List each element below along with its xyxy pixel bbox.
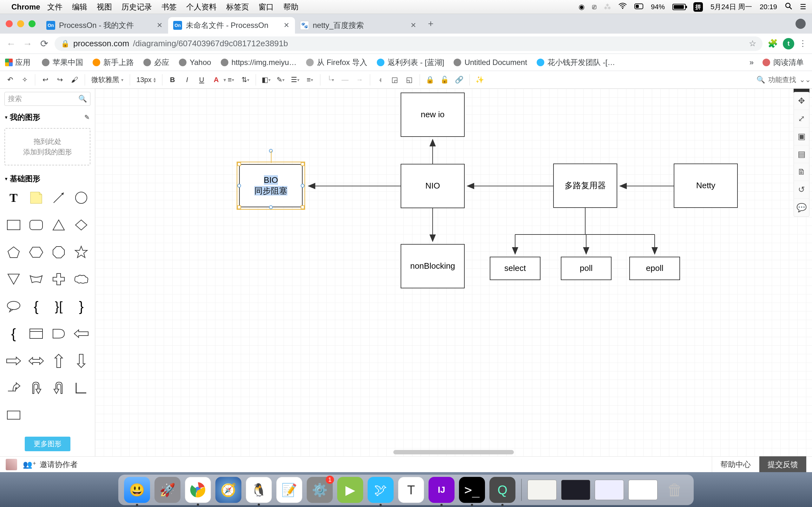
dock-launchpad[interactable]: 🚀 — [154, 477, 181, 503]
dock-intellij[interactable]: IJ — [428, 477, 455, 503]
dock-terminal[interactable]: >_ — [459, 477, 485, 503]
menu-tabs[interactable]: 标签页 — [226, 2, 249, 12]
dock-feishu[interactable]: 🕊 — [368, 477, 394, 503]
address-bar[interactable]: 🔒 processon.com/diagraming/607403967d9c0… — [55, 37, 763, 51]
fill-color-button[interactable]: ◧▾ — [260, 73, 272, 86]
dock-textedit[interactable]: T — [398, 477, 424, 503]
wifi-icon[interactable] — [618, 3, 627, 11]
shape-text[interactable]: T — [4, 189, 23, 206]
resize-handle[interactable] — [301, 205, 305, 209]
text-color-button[interactable]: A▾ — [210, 73, 223, 86]
browser-tab-active[interactable]: On 未命名文件 - ProcessOn ✕ — [168, 17, 295, 34]
node-mux[interactable]: 多路复用器 — [553, 164, 617, 208]
menubar-time[interactable]: 20:19 — [760, 3, 777, 11]
shapes-dropzone[interactable]: 拖到此处 添加到我的图形 — [4, 128, 90, 165]
feedback-button[interactable]: 提交反馈 — [759, 456, 806, 473]
shape-uparrow[interactable] — [49, 353, 68, 369]
shape-line[interactable] — [49, 189, 68, 206]
lock-button[interactable]: 🔒 — [424, 73, 437, 86]
node-epoll[interactable]: epoll — [629, 257, 680, 280]
control-center-icon[interactable] — [635, 3, 643, 11]
bookmark-item[interactable]: 苹果中国 — [39, 56, 86, 69]
node-nio[interactable]: NIO — [401, 164, 465, 208]
page-icon[interactable]: 🗎 — [794, 163, 809, 181]
reading-list-button[interactable]: 阅读清单 — [759, 56, 807, 69]
dock-minimized-window[interactable] — [527, 480, 557, 500]
font-family-select[interactable]: 微软雅黑▾ — [89, 75, 126, 84]
shape-hexagon[interactable] — [26, 244, 46, 261]
bluetooth-icon[interactable]: ⁂ — [604, 3, 611, 11]
help-center-button[interactable]: 帮助中心 — [712, 456, 759, 473]
font-size-select[interactable]: 13px▴▾ — [134, 76, 158, 84]
undo-button[interactable]: ↶ — [4, 73, 16, 86]
line-width-button[interactable]: ☰▾ — [289, 73, 302, 86]
horizontal-scrollbar[interactable] — [393, 450, 514, 454]
dock-settings[interactable]: ⚙️1 — [307, 477, 333, 503]
stroke-color-button[interactable]: ✎▾ — [274, 73, 287, 86]
close-tab-icon[interactable]: ✕ — [284, 21, 289, 30]
connector-handle[interactable] — [269, 205, 273, 209]
node-newio[interactable]: new io — [401, 93, 465, 137]
more-shapes-button[interactable]: 更多图形 — [25, 437, 70, 451]
shape-speech[interactable] — [4, 298, 23, 315]
app-name[interactable]: Chrome — [11, 3, 40, 11]
bookmark-item[interactable]: Yahoo — [176, 57, 214, 68]
shape-circle[interactable] — [72, 189, 91, 206]
shape-bentarrow[interactable] — [4, 380, 23, 396]
line-start-button[interactable]: — — [339, 73, 351, 86]
display-icon[interactable]: ⎚ — [592, 3, 596, 11]
redo-button[interactable]: ↪ — [54, 73, 66, 86]
dock-trash[interactable]: 🗑 — [662, 477, 688, 503]
user-avatar[interactable] — [6, 459, 17, 470]
browser-tab[interactable]: On ProcessOn - 我的文件 ✕ — [41, 17, 168, 34]
node-nonblocking[interactable]: nonBlocking — [401, 244, 465, 288]
shape-uturn2[interactable] — [49, 380, 68, 396]
close-tab-icon[interactable]: ✕ — [157, 21, 162, 30]
shape-cross[interactable] — [49, 271, 68, 287]
spotlight-icon[interactable] — [785, 2, 792, 12]
shape-uturn[interactable] — [26, 380, 46, 396]
history-icon[interactable]: ↺ — [794, 181, 809, 199]
line-spacing-button[interactable]: ⇅▾ — [239, 73, 252, 86]
bring-front-button[interactable]: ◲ — [389, 73, 401, 86]
fit-icon[interactable]: ⤢ — [794, 110, 809, 128]
browser-tab[interactable]: 🐾 netty_百度搜索 ✕ — [295, 17, 422, 34]
connector-handle[interactable] — [301, 184, 305, 187]
line-style-button[interactable]: ≡▾ — [304, 73, 316, 86]
dock-notes[interactable]: 📝 — [276, 477, 302, 503]
close-window-button[interactable] — [6, 20, 13, 27]
dock-finder[interactable]: 😃 — [124, 477, 150, 503]
send-back-button[interactable]: ◱ — [403, 73, 416, 86]
forward-button[interactable]: → — [21, 38, 34, 50]
undo-button[interactable]: ↩ — [39, 73, 52, 86]
comment-icon[interactable]: 💬 — [794, 199, 809, 216]
basic-shapes-section[interactable]: ▾ 基础图形 — [0, 170, 95, 187]
bookmark-item[interactable]: 新手上路 — [90, 56, 137, 69]
close-tab-icon[interactable]: ✕ — [410, 21, 416, 30]
align-objects-button[interactable]: ⫞ — [374, 73, 387, 86]
shape-roundrect[interactable] — [26, 217, 46, 233]
chrome-menu-icon[interactable]: ⋮ — [799, 39, 807, 49]
outline-icon[interactable]: ▤ — [794, 146, 809, 163]
shape-pentagon[interactable] — [4, 244, 23, 261]
shape-andgate[interactable] — [49, 326, 68, 342]
resize-handle[interactable] — [237, 205, 241, 209]
dock-qq[interactable]: 🐧 — [246, 477, 272, 503]
unlock-button[interactable]: 🔓 — [438, 73, 451, 86]
apps-shortcut[interactable]: 应用 — [5, 57, 31, 67]
bookmark-star-icon[interactable]: ☆ — [749, 39, 756, 49]
toolbar-search-label[interactable]: 功能查找 — [768, 75, 796, 84]
incognito-icon[interactable] — [796, 19, 806, 29]
shape-triangle[interactable] — [49, 217, 68, 233]
my-shapes-section[interactable]: ▾ 我的图形 ✎ — [0, 109, 95, 125]
input-method-icon[interactable]: 拼 — [693, 2, 703, 12]
dock-minimized-window[interactable] — [628, 480, 658, 500]
menu-profiles[interactable]: 个人资料 — [186, 2, 217, 12]
menu-bookmarks[interactable]: 书签 — [161, 2, 177, 12]
bookmarks-overflow[interactable]: » — [750, 58, 754, 67]
menu-file[interactable]: 文件 — [47, 2, 62, 12]
shape-brace-l[interactable]: { — [26, 298, 46, 315]
collapse-toolbar-icon[interactable]: ⌄⌄ — [799, 76, 808, 84]
reload-button[interactable]: ⟳ — [38, 38, 50, 50]
canvas[interactable]: ✥ ⤢ ▣ ▤ 🗎 ↺ 💬 BIO 同步阻塞 new io NIO — [95, 89, 812, 456]
